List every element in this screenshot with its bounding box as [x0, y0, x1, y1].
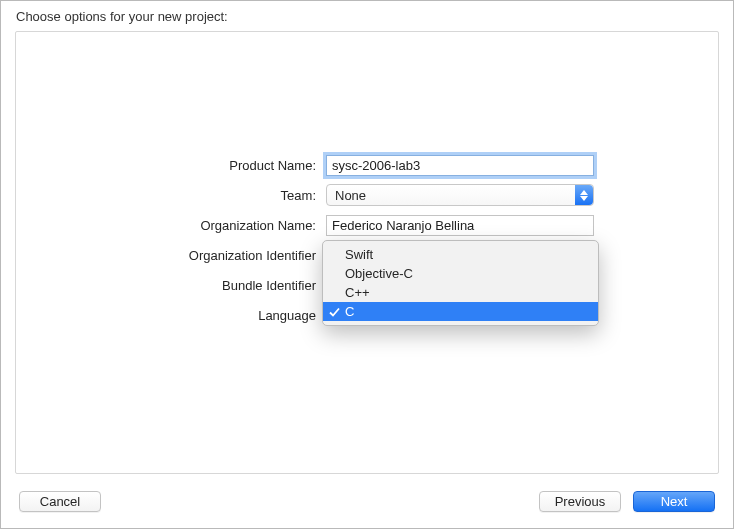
row-product-name: Product Name:: [16, 150, 718, 180]
dialog-body: Product Name: Team: None: [15, 31, 719, 474]
label-team: Team:: [16, 188, 326, 203]
label-organization-identifier: Organization Identifier: [16, 248, 326, 263]
language-option-label: C: [345, 304, 354, 319]
next-button[interactable]: Next: [633, 491, 715, 512]
language-option-label: Objective-C: [345, 266, 413, 281]
row-team: Team: None: [16, 180, 718, 210]
language-dropdown-menu[interactable]: SwiftObjective-CC++C: [322, 240, 599, 326]
dialog-title: Choose options for your new project:: [16, 9, 228, 24]
dialog-footer: Cancel Previous Next: [1, 474, 733, 528]
team-popup[interactable]: None: [326, 184, 594, 206]
label-bundle-identifier: Bundle Identifier: [16, 278, 326, 293]
row-organization-name: Organization Name:: [16, 210, 718, 240]
updown-icon: [575, 185, 593, 205]
language-option-label: Swift: [345, 247, 373, 262]
product-name-input[interactable]: [326, 155, 594, 176]
team-popup-value: None: [335, 188, 366, 203]
new-project-options-dialog: Choose options for your new project: Pro…: [0, 0, 734, 529]
organization-name-input[interactable]: [326, 215, 594, 236]
checkmark-icon: [329, 304, 340, 323]
label-language: Language: [16, 308, 326, 323]
language-option[interactable]: C++: [323, 283, 598, 302]
language-option[interactable]: Objective-C: [323, 264, 598, 283]
cancel-button[interactable]: Cancel: [19, 491, 101, 512]
language-option-label: C++: [345, 285, 370, 300]
label-product-name: Product Name:: [16, 158, 326, 173]
language-option[interactable]: Swift: [323, 245, 598, 264]
language-option[interactable]: C: [323, 302, 598, 321]
label-organization-name: Organization Name:: [16, 218, 326, 233]
previous-button[interactable]: Previous: [539, 491, 621, 512]
